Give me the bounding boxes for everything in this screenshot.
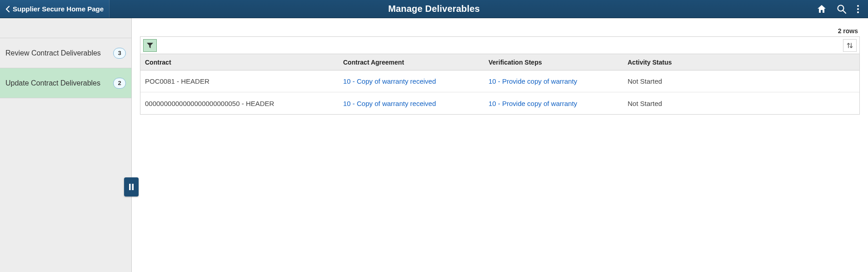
main-panel: 2 rows Contract Contract Agreement — [132, 18, 868, 272]
table-row: 0000000000000000000000050 - HEADER 10 - … — [140, 92, 859, 114]
header-actions — [816, 4, 868, 15]
filter-button[interactable] — [143, 39, 157, 52]
search-icon[interactable] — [836, 4, 847, 15]
table-row: POC0081 - HEADER 10 - Copy of warranty r… — [140, 71, 859, 92]
column-header-contract[interactable]: Contract — [140, 59, 339, 66]
cell-status: Not Started — [623, 77, 691, 85]
cell-verification-link[interactable]: 10 - Provide copy of warranty — [484, 100, 623, 107]
svg-rect-5 — [129, 184, 131, 190]
back-label: Supplier Secure Home Page — [13, 5, 104, 13]
sidebar: Review Contract Deliverables 3 Update Co… — [0, 18, 132, 272]
column-header-agreement[interactable]: Contract Agreement — [339, 59, 484, 66]
svg-point-4 — [857, 11, 859, 13]
cell-verification-link[interactable]: 10 - Provide copy of warranty — [484, 77, 623, 85]
svg-point-3 — [857, 8, 859, 10]
sidebar-item-label: Review Contract Deliverables — [5, 49, 113, 57]
cell-contract: 0000000000000000000000050 - HEADER — [140, 100, 339, 107]
row-count: 2 rows — [140, 27, 860, 35]
grid-toolbar — [140, 37, 859, 54]
sidebar-item-label: Update Contract Deliverables — [5, 79, 113, 87]
column-header-status[interactable]: Activity Status — [623, 59, 691, 66]
svg-line-1 — [843, 10, 846, 13]
page-title: Manage Deliverables — [388, 4, 480, 14]
cell-agreement-link[interactable]: 10 - Copy of warranty received — [339, 100, 484, 107]
sidebar-item-update-deliverables[interactable]: Update Contract Deliverables 2 — [0, 68, 131, 98]
cell-status: Not Started — [623, 100, 691, 107]
content-area: Review Contract Deliverables 3 Update Co… — [0, 18, 868, 272]
sidebar-item-review-deliverables[interactable]: Review Contract Deliverables 3 — [0, 38, 131, 68]
home-icon[interactable] — [816, 4, 827, 15]
cell-contract: POC0081 - HEADER — [140, 77, 339, 85]
column-header-verification[interactable]: Verification Steps — [484, 59, 623, 66]
back-button[interactable]: Supplier Secure Home Page — [0, 0, 110, 18]
sidebar-item-badge: 2 — [113, 78, 126, 89]
svg-point-2 — [857, 5, 859, 7]
more-icon[interactable] — [856, 4, 860, 15]
sidebar-item-badge: 3 — [113, 48, 126, 59]
header-bar: Supplier Secure Home Page Manage Deliver… — [0, 0, 868, 18]
filter-icon — [146, 42, 154, 49]
sidebar-top-slot — [0, 18, 131, 38]
chevron-left-icon — [5, 6, 10, 12]
cell-agreement-link[interactable]: 10 - Copy of warranty received — [339, 77, 484, 85]
grid: Contract Contract Agreement Verification… — [140, 36, 860, 115]
grid-header-row: Contract Contract Agreement Verification… — [140, 54, 859, 71]
sort-icon — [846, 42, 853, 49]
sort-button[interactable] — [843, 39, 857, 52]
